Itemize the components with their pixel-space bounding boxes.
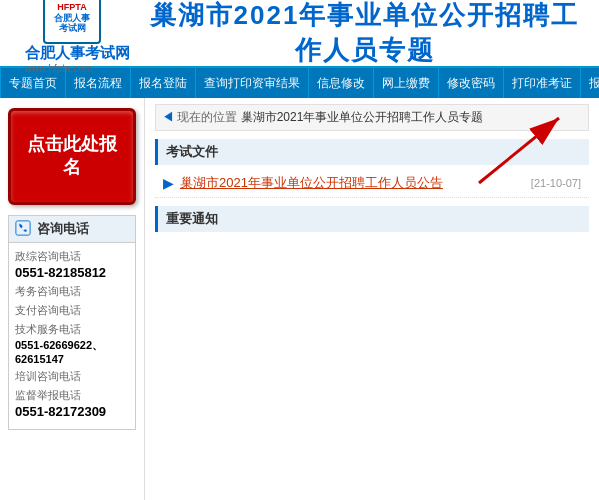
contact-item-1: 政综咨询电话 0551-82185812 — [15, 249, 129, 280]
contact-title: 咨询电话 — [37, 220, 89, 238]
contact-item-5: 培训咨询电话 — [15, 369, 129, 384]
nav-pay[interactable]: 网上缴费 — [374, 68, 439, 98]
section-title-exam: 考试文件 — [155, 139, 589, 165]
nav-process[interactable]: 报名流程 — [66, 68, 131, 98]
contact-item-4: 技术服务电话 0551-62669622、62615147 — [15, 322, 129, 365]
breadcrumb-path: 巢湖市2021年事业单位公开招聘工作人员专题 — [241, 110, 484, 124]
header: HFPTA 合肥人事 考试网 合肥人事考试网 www.hfpta.com 巢湖市… — [0, 0, 599, 68]
logo-title: 合肥人事考试网 — [25, 44, 130, 63]
news-bullet-icon: ▶ — [163, 175, 174, 191]
contact-label-4: 技术服务电话 — [15, 322, 129, 337]
svg-rect-0 — [16, 221, 30, 235]
contact-header: 咨询电话 — [9, 216, 135, 243]
contact-label-5: 培训咨询电话 — [15, 369, 129, 384]
nav-print[interactable]: 打印准考证 — [504, 68, 581, 98]
contact-label-6: 监督举报电话 — [15, 388, 129, 403]
register-button[interactable]: 点击此处报名 — [8, 108, 136, 205]
site-title: 巢湖市2021年事业单位公开招聘工作人员专题 — [140, 0, 589, 68]
news-item-1: ▶ 巢湖市2021年事业单位公开招聘工作人员公告 [21-10-07] — [155, 169, 589, 198]
contact-number-6: 0551-82172309 — [15, 404, 129, 419]
contact-number-4: 0551-62669622、62615147 — [15, 338, 129, 365]
logo-area: HFPTA 合肥人事 考试网 合肥人事考试网 www.hfpta.com — [10, 0, 140, 74]
contact-label-3: 支付咨询电话 — [15, 303, 129, 318]
section-notices: 重要通知 — [155, 206, 589, 232]
contact-label-1: 政综咨询电话 — [15, 249, 129, 264]
nav-browse[interactable]: 报名情况浏览 — [581, 68, 599, 98]
section-title-notice: 重要通知 — [155, 206, 589, 232]
breadcrumb-label: 现在的位置 — [177, 110, 240, 124]
nav-login[interactable]: 报名登陆 — [131, 68, 196, 98]
breadcrumb: ◀ 现在的位置 巢湖市2021年事业单位公开招聘工作人员专题 — [155, 104, 589, 131]
sidebar: 点击此处报名 咨询电话 政综咨询电话 0551-82185812 考务咨询电话 — [0, 98, 145, 500]
phone-icon — [15, 220, 33, 238]
news-date-1: [21-10-07] — [531, 177, 581, 189]
nav-query[interactable]: 查询打印资审结果 — [196, 68, 309, 98]
nav-home[interactable]: 专题首页 — [0, 68, 66, 98]
news-link-1[interactable]: 巢湖市2021年事业单位公开招聘工作人员公告 — [180, 174, 523, 192]
contact-item-2: 考务咨询电话 — [15, 284, 129, 299]
contact-item-3: 支付咨询电话 — [15, 303, 129, 318]
contact-box: 咨询电话 政综咨询电话 0551-82185812 考务咨询电话 支付咨询电话 … — [8, 215, 136, 430]
navbar: 专题首页 报名流程 报名登陆 查询打印资审结果 信息修改 网上缴费 修改密码 打… — [0, 68, 599, 98]
nav-info[interactable]: 信息修改 — [309, 68, 374, 98]
breadcrumb-prefix: ◀ — [162, 110, 177, 124]
logo-icon: HFPTA 合肥人事 考试网 — [43, 0, 101, 44]
section-exam-files: 考试文件 ▶ 巢湖市2021年事业单位公开招聘工作人员公告 [21-10-07] — [155, 139, 589, 198]
contact-number-1: 0551-82185812 — [15, 265, 129, 280]
contact-label-2: 考务咨询电话 — [15, 284, 129, 299]
contact-item-6: 监督举报电话 0551-82172309 — [15, 388, 129, 419]
nav-password[interactable]: 修改密码 — [439, 68, 504, 98]
main-content: ◀ 现在的位置 巢湖市2021年事业单位公开招聘工作人员专题 考试文件 ▶ 巢湖… — [145, 98, 599, 500]
content-wrapper: 点击此处报名 咨询电话 政综咨询电话 0551-82185812 考务咨询电话 — [0, 98, 599, 500]
